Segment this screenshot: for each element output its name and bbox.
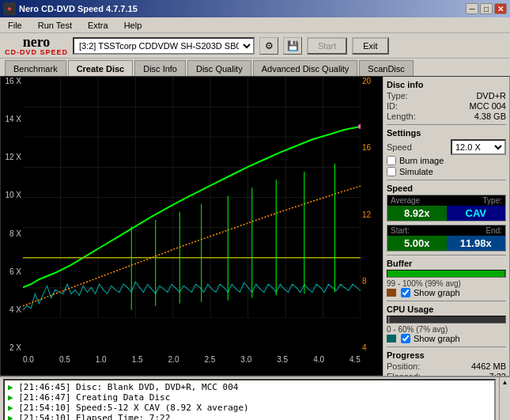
menu-bar: File Run Test Extra Help (0, 17, 510, 33)
settings-title: Settings (387, 128, 506, 138)
burn-image-checkbox[interactable] (387, 156, 396, 165)
save-button[interactable]: 💾 (283, 37, 302, 55)
log-line-2: ▶ [21:46:47] Creating Data Disc (8, 392, 491, 403)
type-value: CAV (447, 206, 506, 221)
length-label: Length: (387, 112, 416, 121)
drive-dropdown[interactable]: [3:2] TSSTcorp CDDVDW SH-S203D SB00 (73, 37, 255, 55)
cpu-show-graph-label: Show graph (414, 334, 460, 343)
buffer-color-swatch (387, 289, 396, 297)
settings-section: Settings Speed 12.0 X Burn image Simulat… (387, 128, 506, 176)
simulate-checkbox[interactable] (387, 167, 396, 176)
cpu-show-graph-row: Show graph (387, 334, 506, 343)
type-value: DVD+R (476, 91, 506, 100)
start-value: 5.00x (387, 236, 447, 251)
speed-label: Speed (387, 142, 412, 152)
menu-extra[interactable]: Extra (83, 19, 113, 32)
buffer-bar-container (387, 270, 506, 278)
buffer-show-graph-checkbox[interactable] (401, 288, 410, 297)
tabs: Benchmark Create Disc Disc Info Disc Qua… (0, 59, 510, 76)
buffer-section: Buffer 99 - 100% (99% avg) Show graph (387, 259, 506, 297)
start-header: Start: (391, 226, 410, 235)
title-bar: ● Nero CD-DVD Speed 4.7.7.15 ─ □ ✕ (0, 0, 510, 17)
main-content: 16 X 14 X 12 X 10 X 8 X 6 X 4 X 2 X 20 1… (0, 76, 510, 376)
buffer-show-graph-label: Show graph (414, 288, 460, 297)
speed-section: Speed Average Type: 8.92x CAV Start: End… (387, 184, 506, 252)
type-header: Type: (483, 196, 502, 205)
chart-svg (23, 77, 361, 318)
elapsed-value: 7:22 (489, 372, 506, 376)
avg-value: 8.92x (387, 206, 447, 221)
maximize-button[interactable]: □ (480, 3, 493, 14)
speed-start-end-box: Start: End: 5.00x 11.98x (387, 225, 506, 252)
tab-disc-quality[interactable]: Disc Quality (187, 60, 251, 76)
cpu-color-swatch (387, 335, 396, 342)
log-line-1: ▶ [21:46:45] Disc: Blank DVD, DVD+R, MCC… (8, 382, 491, 392)
cpu-title: CPU Usage (387, 305, 506, 314)
nero-logo: nero CD-DVD SPEED (5, 35, 68, 56)
speed-dropdown[interactable]: 12.0 X (451, 139, 506, 155)
log-scrollbar[interactable]: ▲ ▼ (499, 377, 510, 420)
app-icon: ● (3, 2, 16, 15)
tab-scandisc[interactable]: ScanDisc (359, 60, 413, 76)
tab-create-disc[interactable]: Create Disc (68, 60, 134, 76)
log-line-4: ▶ [21:54:10] Elapsed Time: 7:22 (8, 413, 491, 420)
speed-avg-box: Average Type: 8.92x CAV (387, 195, 506, 221)
exit-button[interactable]: Exit (352, 37, 388, 55)
cpu-show-graph-checkbox[interactable] (401, 334, 410, 343)
close-button[interactable]: ✕ (494, 3, 507, 14)
disc-info-section: Disc info Type: DVD+R ID: MCC 004 Length… (387, 80, 506, 121)
simulate-row: Simulate (387, 167, 506, 176)
position-value: 4462 MB (471, 361, 506, 371)
buffer-label: 99 - 100% (99% avg) (387, 279, 506, 288)
x-axis: 0.0 0.5 1.0 1.5 2.0 2.5 3.0 3.5 4.0 4.5 (23, 352, 361, 376)
menu-help[interactable]: Help (119, 19, 147, 32)
disc-info-title: Disc info (387, 80, 506, 89)
window-controls: ─ □ ✕ (466, 3, 507, 14)
progress-title: Progress (387, 350, 506, 360)
app-title: Nero CD-DVD Speed 4.7.7.15 (19, 4, 138, 13)
menu-file[interactable]: File (3, 19, 27, 32)
minimize-button[interactable]: ─ (466, 3, 478, 14)
avg-header: Average (391, 196, 420, 205)
burn-image-label: Burn image (399, 156, 444, 165)
options-button[interactable]: ⚙ (259, 37, 278, 55)
elapsed-label: Elapsed: (387, 372, 421, 376)
cpu-bar (387, 316, 390, 323)
y-axis-left: 16 X 14 X 12 X 10 X 8 X 6 X 4 X 2 X (1, 77, 23, 352)
log-area: ▶ [21:46:45] Disc: Blank DVD, DVD+R, MCC… (3, 379, 496, 420)
y-axis-right: 20 16 12 8 4 (361, 77, 383, 352)
tab-disc-info[interactable]: Disc Info (134, 60, 186, 76)
burn-image-row: Burn image (387, 156, 506, 165)
tab-benchmark[interactable]: Benchmark (5, 60, 66, 76)
menu-run-test[interactable]: Run Test (33, 19, 77, 32)
start-button[interactable]: Start (307, 37, 347, 55)
cpu-section: CPU Usage 0 - 60% (7% avg) Show graph (387, 305, 506, 343)
simulate-label: Simulate (399, 167, 433, 176)
speed-section-title: Speed (387, 184, 506, 193)
id-value: MCC 004 (470, 101, 506, 111)
buffer-title: Buffer (387, 259, 506, 268)
id-label: ID: (387, 101, 398, 111)
cpu-bar-container (387, 316, 506, 324)
log-line-3: ▶ [21:54:10] Speed:5-12 X CAV (8.92 X av… (8, 403, 491, 413)
buffer-bar (387, 271, 504, 277)
right-panel: Disc info Type: DVD+R ID: MCC 004 Length… (383, 77, 509, 376)
length-value: 4.38 GB (474, 112, 506, 121)
progress-section: Progress Position: 4462 MB Elapsed: 7:22 (387, 350, 506, 376)
svg-point-28 (358, 124, 361, 129)
buffer-show-graph-row: Show graph (387, 288, 506, 297)
tab-advanced-disc-quality[interactable]: Advanced Disc Quality (253, 60, 358, 76)
end-value: 11.98x (447, 236, 506, 251)
type-label: Type: (387, 91, 408, 100)
toolbar: nero CD-DVD SPEED [3:2] TSSTcorp CDDVDW … (0, 33, 510, 59)
cpu-label: 0 - 60% (7% avg) (387, 325, 506, 334)
position-label: Position: (387, 361, 420, 371)
chart-area: 16 X 14 X 12 X 10 X 8 X 6 X 4 X 2 X 20 1… (1, 77, 383, 376)
end-header: End: (485, 226, 502, 235)
